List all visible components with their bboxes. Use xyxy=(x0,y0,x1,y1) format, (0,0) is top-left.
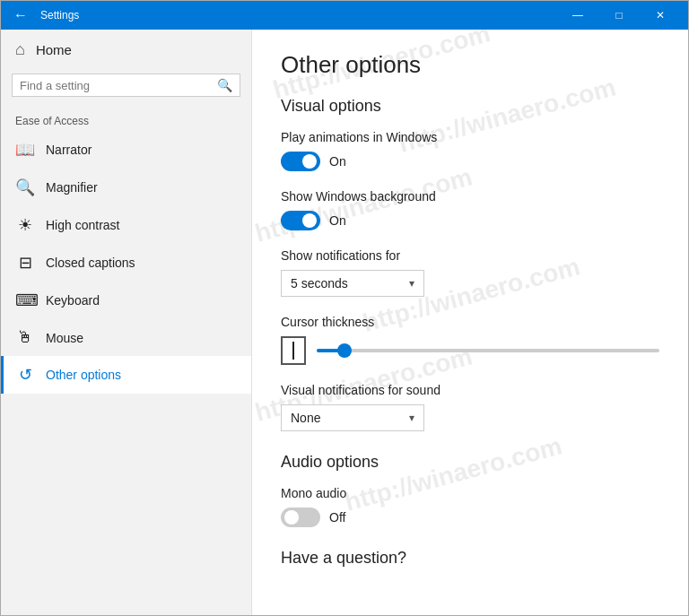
cursor-preview xyxy=(281,336,306,365)
play-animations-toggle[interactable] xyxy=(281,152,320,171)
titlebar-title: Settings xyxy=(40,9,557,22)
close-button[interactable]: ✕ xyxy=(640,1,681,30)
mono-audio-toggle-row: Off xyxy=(281,508,659,527)
high-contrast-icon: ☀ xyxy=(15,215,35,235)
sidebar-item-high-contrast[interactable]: ☀ High contrast xyxy=(1,206,251,244)
show-background-knob xyxy=(302,213,317,228)
search-box: 🔍 xyxy=(12,74,240,97)
high-contrast-label: High contrast xyxy=(46,218,119,232)
back-button[interactable]: ← xyxy=(8,3,33,28)
home-label: Home xyxy=(36,42,72,57)
show-background-toggle[interactable] xyxy=(281,211,320,230)
show-background-toggle-row: On xyxy=(281,211,659,230)
closed-captions-icon: ⊟ xyxy=(15,253,35,273)
sidebar-section-label: Ease of Access xyxy=(1,108,251,131)
home-icon: ⌂ xyxy=(15,40,25,59)
sidebar-item-home[interactable]: ⌂ Home xyxy=(1,30,251,70)
show-background-setting: Show Windows background On xyxy=(281,189,659,230)
keyboard-label: Keyboard xyxy=(46,293,100,308)
narrator-icon: 📖 xyxy=(15,140,35,160)
have-question-title: Have a question? xyxy=(281,549,659,568)
settings-window: ← Settings — □ ✕ ⌂ Home 🔍 Ease of Access… xyxy=(0,0,689,616)
cursor-thickness-setting: Cursor thickness xyxy=(281,315,659,365)
audio-section-divider: Audio options xyxy=(281,453,659,472)
keyboard-icon: ⌨ xyxy=(15,291,35,310)
show-background-state: On xyxy=(329,213,346,228)
mono-audio-state: Off xyxy=(329,510,345,525)
page-title: Other options xyxy=(281,51,659,79)
search-input[interactable] xyxy=(20,79,212,92)
mouse-label: Mouse xyxy=(46,331,83,345)
mono-audio-knob xyxy=(284,510,299,525)
other-options-icon: ↺ xyxy=(15,365,35,385)
notifications-dropdown-arrow: ▾ xyxy=(409,277,414,290)
sidebar: ⌂ Home 🔍 Ease of Access 📖 Narrator 🔍 Mag… xyxy=(1,30,252,615)
cursor-slider-row xyxy=(281,336,659,365)
cursor-slider-track[interactable] xyxy=(317,349,659,352)
main-content: http://winaero.com http://winaero.com ht… xyxy=(252,30,688,615)
play-animations-knob xyxy=(302,154,317,169)
sidebar-item-keyboard[interactable]: ⌨ Keyboard xyxy=(1,282,251,319)
mono-audio-setting: Mono audio Off xyxy=(281,486,659,527)
play-animations-label: Play animations in Windows xyxy=(281,130,659,144)
sidebar-item-magnifier[interactable]: 🔍 Magnifier xyxy=(1,169,251,206)
closed-captions-label: Closed captions xyxy=(46,256,135,270)
visual-notifications-value: None xyxy=(291,411,320,425)
titlebar: ← Settings — □ ✕ xyxy=(1,1,688,30)
magnifier-label: Magnifier xyxy=(46,180,98,195)
maximize-button[interactable]: □ xyxy=(598,1,640,30)
minimize-button[interactable]: — xyxy=(557,1,598,30)
visual-section-title: Visual options xyxy=(281,97,659,116)
visual-notifications-setting: Visual notifications for sound None ▾ xyxy=(281,383,659,431)
visual-notifications-dropdown[interactable]: None ▾ xyxy=(281,404,424,431)
magnifier-icon: 🔍 xyxy=(15,178,35,197)
audio-section-title: Audio options xyxy=(281,453,659,472)
sidebar-item-closed-captions[interactable]: ⊟ Closed captions xyxy=(1,244,251,282)
main-inner: Other options Visual options Play animat… xyxy=(281,51,659,568)
sidebar-item-mouse[interactable]: 🖱 Mouse xyxy=(1,319,251,356)
content-area: ⌂ Home 🔍 Ease of Access 📖 Narrator 🔍 Mag… xyxy=(1,30,688,615)
show-notifications-setting: Show notifications for 5 seconds ▾ xyxy=(281,248,659,297)
visual-notifications-dropdown-arrow: ▾ xyxy=(409,412,414,424)
sidebar-item-other-options[interactable]: ↺ Other options xyxy=(1,356,251,394)
back-icon: ← xyxy=(13,7,28,23)
mouse-icon: 🖱 xyxy=(15,328,35,347)
search-icon: 🔍 xyxy=(217,78,232,92)
other-options-label: Other options xyxy=(46,368,121,382)
play-animations-toggle-row: On xyxy=(281,152,659,171)
cursor-slider-thumb[interactable] xyxy=(337,343,352,358)
narrator-label: Narrator xyxy=(46,143,92,157)
cursor-line xyxy=(292,342,294,360)
cursor-thickness-label: Cursor thickness xyxy=(281,315,659,329)
show-background-label: Show Windows background xyxy=(281,189,659,204)
window-controls: — □ ✕ xyxy=(557,1,681,30)
sidebar-item-narrator[interactable]: 📖 Narrator xyxy=(1,131,251,169)
notifications-dropdown[interactable]: 5 seconds ▾ xyxy=(281,270,424,297)
mono-audio-toggle[interactable] xyxy=(281,508,320,527)
show-notifications-label: Show notifications for xyxy=(281,248,659,263)
mono-audio-label: Mono audio xyxy=(281,486,659,500)
play-animations-setting: Play animations in Windows On xyxy=(281,130,659,171)
notifications-value: 5 seconds xyxy=(291,276,348,291)
visual-notifications-label: Visual notifications for sound xyxy=(281,383,659,397)
play-animations-state: On xyxy=(329,154,346,169)
